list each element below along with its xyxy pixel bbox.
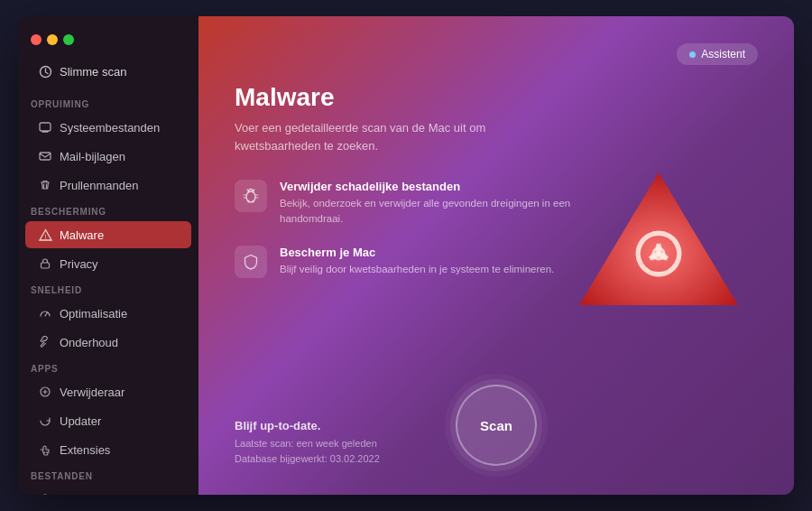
page-title: Malware — [235, 83, 758, 112]
sidebar-item-prullenmanden[interactable]: Prullenmanden — [25, 172, 191, 199]
ruimtezoeker-label: Ruimtezoeker — [60, 493, 132, 496]
feature-desc-protect-mac: Blijf veilig door kwetsbaarheden in je s… — [280, 262, 554, 277]
mail-bijlagen-label: Mail-bijlagen — [60, 150, 125, 163]
malware-label: Malware — [60, 228, 104, 242]
system-icon — [38, 120, 52, 135]
sidebar-item-optimalisatie[interactable]: Optimalisatie — [25, 300, 191, 327]
extensions-icon — [38, 442, 52, 457]
page-subtitle: Voer een gedetailleerde scan van de Mac … — [235, 119, 523, 154]
main-header: Assistent — [235, 43, 758, 65]
assistant-button[interactable]: Assistent — [677, 43, 758, 65]
svg-rect-1 — [40, 123, 51, 131]
close-button[interactable] — [31, 34, 42, 45]
maximize-button[interactable] — [63, 34, 74, 45]
maintenance-icon — [38, 335, 52, 349]
scan-button-wrap: Scan — [456, 385, 537, 466]
sidebar-item-onderhoud[interactable]: Onderhoud — [25, 329, 191, 356]
feature-item-protect-mac: Bescherm je Mac Blijf veilig door kwetsb… — [235, 246, 577, 278]
feature-text-protect-mac: Bescherm je Mac Blijf veilig door kwetsb… — [280, 246, 554, 277]
scan-button-label: Scan — [480, 418, 512, 433]
systeembestanden-label: Systeembestanden — [60, 121, 160, 135]
feature-title-protect-mac: Bescherm je Mac — [280, 246, 554, 259]
sidebar-item-systeembestanden[interactable]: Systeembestanden — [25, 114, 191, 141]
bug-icon — [242, 187, 260, 205]
main-content: Assistent Malware Voer een gedetailleerd… — [198, 16, 794, 495]
svg-text:!: ! — [44, 233, 46, 239]
svg-rect-2 — [40, 153, 51, 160]
feature-desc-remove-threats: Bekijk, onderzoek en verwijder alle gevo… — [280, 196, 577, 228]
sidebar-item-ruimtezoeker[interactable]: Ruimtezoeker — [25, 486, 191, 495]
optimalisatie-label: Optimalisatie — [60, 307, 127, 321]
onderhoud-label: Onderhoud — [60, 336, 118, 349]
assistant-label: Assistent — [701, 48, 745, 60]
feature-text-remove-threats: Verwijder schadelijke bestanden Bekijk, … — [280, 180, 577, 228]
malware-icon: ! — [38, 228, 52, 242]
section-label-apps: Apps — [18, 357, 198, 377]
feature-item-remove-threats: Verwijder schadelijke bestanden Bekijk, … — [235, 180, 577, 228]
space-icon — [38, 492, 52, 495]
smart-scan-icon — [38, 64, 52, 79]
protect-mac-icon — [235, 246, 267, 278]
extensies-label: Extensies — [60, 443, 110, 457]
verwijderaar-label: Verwijderaar — [60, 386, 125, 399]
sidebar-item-extensies[interactable]: Extensies — [25, 436, 191, 463]
minimize-button[interactable] — [47, 34, 58, 45]
app-window: Slimme scan Opruiming Systeembestanden M… — [18, 16, 794, 495]
remove-threats-icon — [235, 180, 267, 212]
sidebar-item-smart-scan[interactable]: Slimme scan — [25, 58, 191, 85]
sidebar-item-updater[interactable]: Updater — [25, 407, 191, 434]
svg-rect-4 — [42, 263, 50, 268]
mail-icon — [38, 149, 52, 163]
speed-icon — [38, 306, 52, 321]
sidebar: Slimme scan Opruiming Systeembestanden M… — [18, 16, 198, 495]
titlebar — [18, 27, 198, 58]
feature-list: Verwijder schadelijke bestanden Bekijk, … — [235, 180, 577, 278]
section-label-snelheid: Snelheid — [18, 278, 198, 299]
sidebar-item-malware[interactable]: ! Malware — [25, 221, 191, 248]
section-label-bescherming: Bescherming — [18, 200, 198, 220]
update-icon — [38, 413, 52, 428]
feature-title-remove-threats: Verwijder schadelijke bestanden — [280, 180, 577, 193]
smart-scan-label: Slimme scan — [60, 65, 126, 79]
updater-label: Updater — [60, 414, 101, 428]
privacy-icon — [38, 256, 52, 271]
uninstall-icon — [38, 385, 52, 399]
sidebar-item-privacy[interactable]: Privacy — [25, 250, 191, 277]
scan-button[interactable]: Scan — [456, 385, 537, 466]
privacy-label: Privacy — [60, 257, 98, 271]
sidebar-item-verwijderaar[interactable]: Verwijderaar — [25, 378, 191, 405]
sidebar-item-mail-bijlagen[interactable]: Mail-bijlagen — [25, 143, 191, 170]
shield-icon — [242, 253, 260, 271]
section-label-bestanden: Bestanden — [18, 464, 198, 485]
prullenmanden-label: Prullenmanden — [60, 179, 138, 192]
svg-point-11 — [246, 191, 255, 202]
trash-icon — [38, 178, 52, 192]
assistant-dot — [689, 51, 696, 58]
section-label-opruiming: Opruiming — [18, 92, 198, 113]
